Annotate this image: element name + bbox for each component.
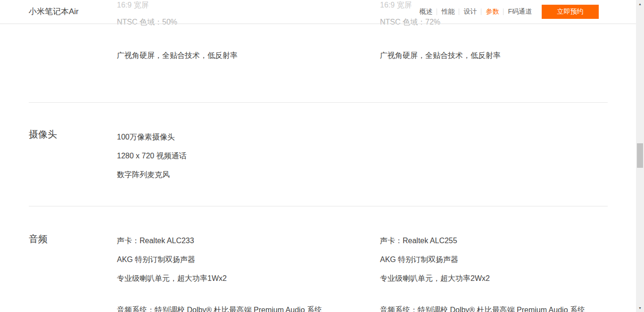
spec-value: 100万像素摄像头 <box>117 132 175 141</box>
section-nav: 概述 性能 设计 参数 F码通道 立即预约 <box>415 0 599 24</box>
spec-value: 音频系统：特别调校 Dolby® 杜比最高端 Premium Audio 系统 <box>117 305 322 312</box>
product-title: 小米笔记本Air <box>29 0 79 24</box>
header-divider <box>0 24 636 24</box>
nav-separator <box>459 8 459 15</box>
nav-separator <box>503 8 504 15</box>
nav-separator <box>437 8 437 15</box>
spec-value: AKG 特别订制双扬声器 <box>380 255 458 264</box>
section-divider <box>29 102 608 103</box>
nav-item-overview[interactable]: 概述 <box>419 8 432 16</box>
section-heading-audio: 音频 <box>29 233 48 245</box>
page-header: 小米笔记本Air 概述 性能 设计 参数 F码通道 立即预约 <box>0 0 636 24</box>
spec-value: 广视角硬屏，全贴合技术，低反射率 <box>117 51 238 60</box>
spec-value: 专业级喇叭单元，超大功率2Wx2 <box>380 274 490 283</box>
nav-item-specs[interactable]: 参数 <box>486 8 499 16</box>
spec-value: 专业级喇叭单元，超大功率1Wx2 <box>117 274 227 283</box>
scrollbar-up-icon[interactable]: ▲ <box>636 0 644 8</box>
spec-value: 音频系统：特别调校 Dolby® 杜比最高端 Premium Audio 系统 <box>380 305 585 312</box>
nav-item-design[interactable]: 设计 <box>463 8 477 16</box>
nav-separator <box>481 8 481 15</box>
scrollbar-thumb[interactable] <box>637 143 643 168</box>
spec-value: 声卡：Realtek ALC255 <box>380 236 457 245</box>
nav-item-fcode[interactable]: F码通道 <box>508 8 532 16</box>
spec-value: 数字阵列麦克风 <box>117 170 170 179</box>
nav-item-performance[interactable]: 性能 <box>441 8 454 16</box>
section-divider <box>29 206 608 206</box>
spec-value: 声卡：Realtek ALC233 <box>117 236 194 245</box>
scrollbar-down-icon[interactable]: ▼ <box>636 304 644 312</box>
reserve-button[interactable]: 立即预约 <box>542 5 599 19</box>
spec-page: 16:9 宽屏 16:9 宽屏 NTSC 色域：50% NTSC 色域：72% … <box>0 0 644 312</box>
spec-value: AKG 特别订制双扬声器 <box>117 255 195 264</box>
scrollbar[interactable]: ▲ ▼ <box>636 0 644 312</box>
spec-value: 广视角硬屏，全贴合技术，低反射率 <box>380 51 501 60</box>
spec-value: 1280 x 720 视频通话 <box>117 151 187 160</box>
section-heading-camera: 摄像头 <box>29 129 57 140</box>
